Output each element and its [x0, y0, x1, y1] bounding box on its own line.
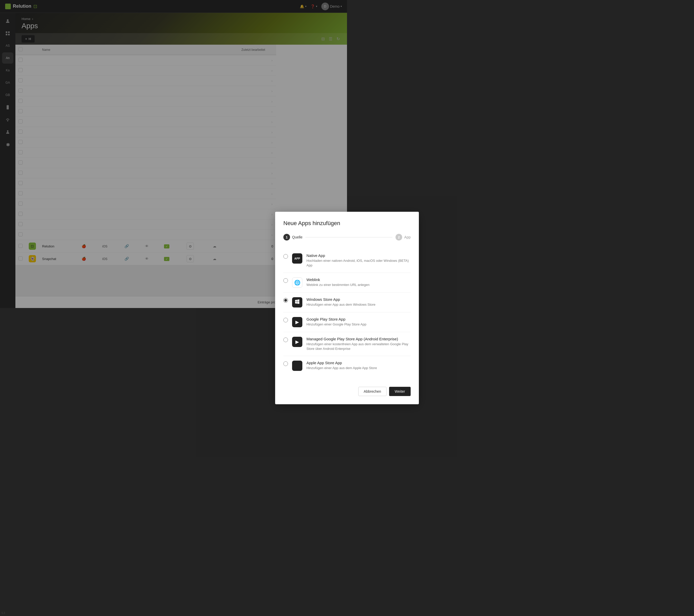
windows-desc: Hinzufügen einer App aus dem Windows Sto… — [307, 302, 347, 307]
option-item-weblink[interactable]: 🌐 Weblink Weblink zu einer bestimmten UR… — [284, 273, 347, 293]
weblink-title: Weblink — [307, 277, 347, 282]
add-app-modal: Neue Apps hinzufügen 1 Quelle 2 App APP … — [275, 212, 347, 308]
radio-windows[interactable] — [284, 298, 288, 303]
modal-title: Neue Apps hinzufügen — [284, 220, 347, 227]
native-title: Native App — [307, 253, 347, 258]
option-list: APP Native App Hochladen einer nativen A… — [284, 249, 347, 308]
native-icon: APP — [292, 253, 302, 264]
windows-icon — [292, 297, 302, 307]
modal-overlay[interactable]: Neue Apps hinzufügen 1 Quelle 2 App APP … — [0, 0, 347, 308]
option-item-native[interactable]: APP Native App Hochladen einer nativen A… — [284, 249, 347, 273]
windows-title: Windows Store App — [307, 297, 347, 302]
radio-weblink[interactable] — [284, 278, 288, 283]
weblink-content: Weblink Weblink zu einer bestimmten URL … — [307, 277, 347, 287]
radio-native[interactable] — [284, 254, 288, 259]
native-content: Native App Hochladen einer nativen Andro… — [307, 253, 347, 268]
option-item-windows[interactable]: Windows Store App Hinzufügen einer App a… — [284, 293, 347, 308]
native-desc: Hochladen einer nativen Android, iOS, ma… — [307, 258, 347, 268]
weblink-icon: 🌐 — [292, 277, 302, 288]
weblink-desc: Weblink zu einer bestimmten URL anlegen — [307, 283, 347, 287]
step-1-circle: 1 — [284, 234, 290, 240]
stepper: 1 Quelle 2 App — [284, 234, 347, 240]
step-line — [306, 237, 347, 237]
step-1-label: Quelle — [292, 235, 302, 239]
step-1: 1 Quelle — [284, 234, 302, 240]
windows-content: Windows Store App Hinzufügen einer App a… — [307, 297, 347, 307]
